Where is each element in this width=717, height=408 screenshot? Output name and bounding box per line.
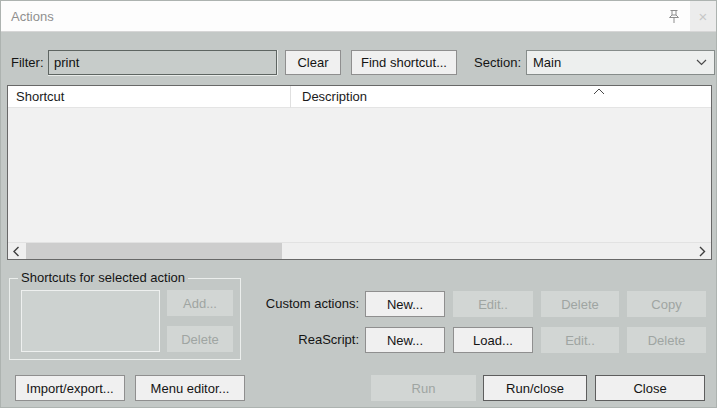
action-list: Shortcut Description <box>7 85 712 260</box>
shortcuts-group-title: Shortcuts for selected action <box>18 270 188 285</box>
close-window-button[interactable]: × <box>690 1 716 31</box>
delete-shortcut-button: Delete <box>167 326 233 352</box>
reascript-edit-button: Edit.. <box>541 327 619 353</box>
reascript-delete-button: Delete <box>627 327 706 353</box>
scroll-right-icon[interactable] <box>694 243 711 259</box>
run-button: Run <box>371 375 476 401</box>
action-list-header: Shortcut Description <box>8 86 711 108</box>
chevron-down-icon <box>696 59 707 66</box>
custom-action-new-button[interactable]: New... <box>365 291 445 317</box>
run-close-button[interactable]: Run/close <box>483 375 587 401</box>
menu-editor-button[interactable]: Menu editor... <box>135 375 245 401</box>
filter-label: Filter: <box>11 50 44 75</box>
sort-ascending-icon <box>593 88 605 96</box>
import-export-button[interactable]: Import/export... <box>15 375 125 401</box>
custom-actions-label: Custom actions: <box>239 291 359 317</box>
filter-input[interactable] <box>48 50 277 75</box>
column-header-shortcut[interactable]: Shortcut <box>16 86 64 108</box>
action-list-body[interactable] <box>8 109 711 242</box>
scrollbar-thumb[interactable] <box>26 243 282 259</box>
reascript-load-button[interactable]: Load... <box>453 327 533 353</box>
scroll-left-icon[interactable] <box>8 243 25 259</box>
shortcut-listbox[interactable] <box>21 290 160 352</box>
section-label: Section: <box>468 50 521 75</box>
actions-dialog: Actions × Filter: Clear Find shortcut...… <box>0 0 717 408</box>
window-title: Actions <box>11 1 54 32</box>
section-selected-value: Main <box>533 51 561 74</box>
add-shortcut-button: Add... <box>167 290 233 316</box>
pin-icon[interactable] <box>666 8 682 26</box>
column-header-description[interactable]: Description <box>302 86 367 108</box>
custom-action-copy-button: Copy <box>627 291 706 317</box>
horizontal-scrollbar[interactable] <box>8 242 711 259</box>
titlebar[interactable]: Actions × <box>1 1 716 32</box>
clear-button[interactable]: Clear <box>285 50 341 75</box>
custom-action-edit-button: Edit.. <box>453 291 533 317</box>
reascript-label: ReaScript: <box>239 327 359 353</box>
custom-action-delete-button: Delete <box>541 291 619 317</box>
column-divider[interactable] <box>290 86 291 108</box>
section-select[interactable]: Main <box>526 50 715 75</box>
close-icon: × <box>699 8 708 25</box>
find-shortcut-button[interactable]: Find shortcut... <box>351 50 457 75</box>
reascript-new-button[interactable]: New... <box>365 327 445 353</box>
close-button[interactable]: Close <box>595 375 705 401</box>
